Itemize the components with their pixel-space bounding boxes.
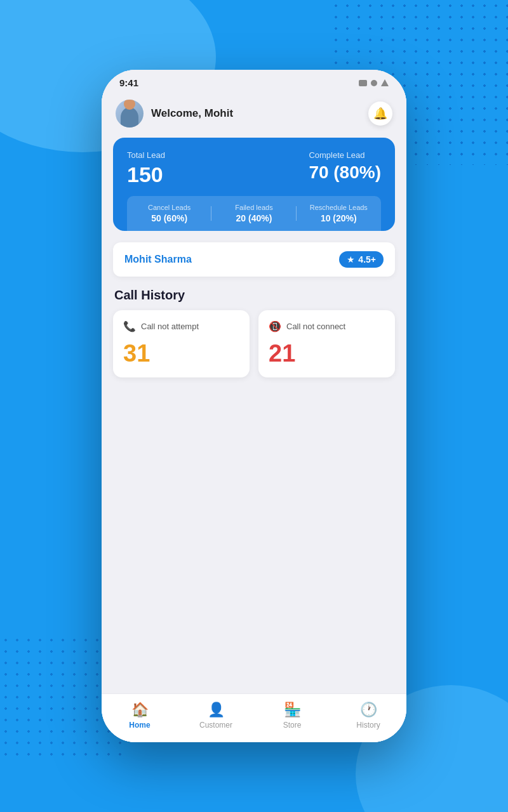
call-history-title: Call History: [102, 282, 406, 310]
nav-customer[interactable]: 👤 Customer: [178, 702, 254, 730]
failed-leads-value: 20 (40%): [211, 213, 296, 223]
call-not-connect-header: 📵 Call not connect: [269, 320, 385, 332]
reschedule-leads-value: 10 (20%): [297, 213, 381, 223]
wifi-icon: [371, 80, 377, 86]
content-spacer: [102, 377, 406, 693]
star-icon: ★: [347, 254, 355, 265]
call-history-cards: 📞 Call not attempt 31 📵 Call not connect…: [102, 310, 406, 377]
reschedule-leads-label: Reschedule Leads: [297, 204, 381, 211]
header-left: Welcome, Mohit: [116, 100, 233, 128]
status-icons: [359, 79, 389, 86]
home-icon: 🏠: [131, 702, 149, 718]
nav-history[interactable]: 🕐 History: [330, 702, 406, 730]
bell-icon: 🔔: [373, 107, 387, 121]
reschedule-leads-block: Reschedule Leads 10 (20%): [297, 204, 381, 223]
stats-sub-row: Cancel Leads 50 (60%) Failed leads 20 (4…: [127, 196, 381, 231]
rating-value: 4.5+: [358, 254, 376, 265]
history-icon: 🕐: [360, 702, 377, 718]
signal-icon: [381, 79, 389, 86]
header: Welcome, Mohit 🔔: [102, 92, 406, 138]
store-label: Store: [283, 721, 302, 730]
avatar-figure: [121, 107, 138, 128]
call-not-connect-label: Call not connect: [286, 322, 345, 331]
bottom-nav: 🏠 Home 👤 Customer 🏪 Store 🕐 History: [102, 693, 406, 742]
failed-leads-block: Failed leads 20 (40%): [211, 204, 296, 223]
phone-shell: 9:41 Welcome, Mohit 🔔: [102, 70, 406, 742]
cancel-leads-label: Cancel Leads: [127, 204, 211, 211]
complete-lead-label: Complete Lead: [309, 150, 381, 160]
rating-badge: ★ 4.5+: [339, 251, 384, 268]
call-attempt-icon: 📞: [123, 320, 136, 332]
call-not-attempt-count: 31: [123, 340, 239, 367]
welcome-text: Welcome, Mohit: [151, 107, 233, 120]
notification-bell-button[interactable]: 🔔: [368, 102, 392, 126]
customer-icon: 👤: [208, 702, 225, 718]
cancel-leads-block: Cancel Leads 50 (60%): [127, 204, 211, 223]
call-connect-icon: 📵: [269, 320, 281, 332]
call-not-attempt-card: 📞 Call not attempt 31: [113, 310, 250, 377]
call-not-attempt-label: Call not attempt: [141, 322, 199, 331]
stats-top: Total Lead 150 Complete Lead 70 (80%): [127, 150, 381, 187]
avatar: [116, 100, 144, 128]
user-rating-row: Mohit Sharma ★ 4.5+: [113, 242, 395, 277]
home-label: Home: [129, 721, 150, 730]
complete-lead-value: 70 (80%): [309, 162, 381, 183]
cancel-leads-value: 50 (60%): [127, 213, 211, 223]
total-lead-value: 150: [127, 162, 165, 187]
call-not-connect-card: 📵 Call not connect 21: [258, 310, 395, 377]
call-not-attempt-header: 📞 Call not attempt: [123, 320, 239, 332]
nav-home[interactable]: 🏠 Home: [102, 702, 178, 730]
customer-label: Customer: [199, 721, 232, 730]
app-content: Welcome, Mohit 🔔 Total Lead 150 Complete…: [102, 92, 406, 742]
store-icon: 🏪: [284, 702, 301, 718]
failed-leads-label: Failed leads: [211, 204, 296, 211]
complete-lead-block: Complete Lead 70 (80%): [309, 150, 381, 187]
status-bar: 9:41: [102, 70, 406, 92]
history-label: History: [356, 721, 380, 730]
nav-store[interactable]: 🏪 Store: [254, 702, 330, 730]
battery-icon: [359, 80, 367, 86]
call-not-connect-count: 21: [269, 340, 385, 367]
user-name: Mohit Sharma: [124, 254, 192, 265]
avatar-head: [124, 100, 135, 110]
stats-card: Total Lead 150 Complete Lead 70 (80%) Ca…: [113, 138, 395, 231]
status-time: 9:41: [119, 77, 138, 88]
total-lead-label: Total Lead: [127, 150, 165, 160]
total-lead-block: Total Lead 150: [127, 150, 165, 187]
